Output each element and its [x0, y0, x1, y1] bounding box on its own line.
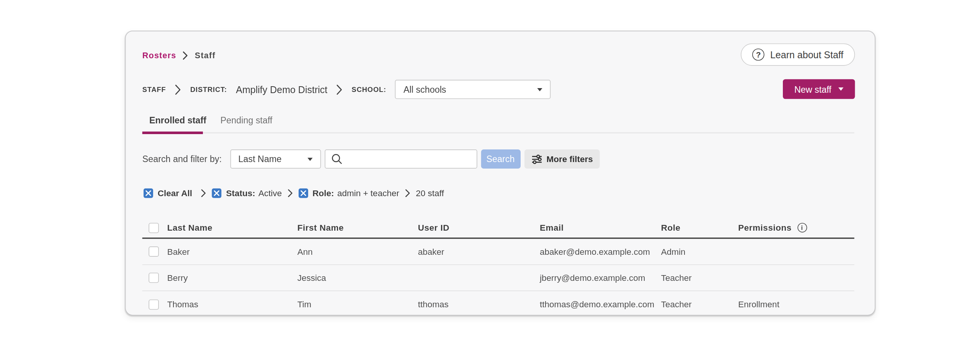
- caret-down-icon: [537, 88, 542, 91]
- column-header-email: Email: [540, 223, 661, 233]
- help-icon: ?: [752, 49, 764, 61]
- cell-role: Teacher: [661, 273, 738, 283]
- cell-role: Teacher: [661, 300, 738, 309]
- search-icon: [331, 153, 342, 167]
- search-field-value: Last Name: [238, 154, 282, 164]
- more-filters-button[interactable]: More filters: [524, 149, 600, 169]
- select-all-checkbox[interactable]: [149, 223, 159, 233]
- cell-user-id: tthomas: [418, 300, 540, 309]
- breadcrumb-staff: Staff: [195, 51, 216, 60]
- school-label: SCHOOL:: [352, 85, 386, 93]
- cell-email: jberry@demo.example.com: [540, 273, 661, 283]
- staff-table: Last Name First Name User ID Email Role …: [142, 218, 854, 315]
- clear-all-label[interactable]: Clear All: [158, 189, 192, 198]
- role-filter-label: Role:: [312, 189, 334, 198]
- cell-email: tthomas@demo.example.com: [540, 300, 661, 309]
- caret-down-icon: [838, 87, 843, 90]
- cell-user-id: abaker: [418, 247, 540, 256]
- learn-about-staff-button[interactable]: ? Learn about Staff: [741, 43, 855, 66]
- table-row: Berry Jessica jberry@demo.example.com Te…: [142, 265, 854, 291]
- status-filter-value: Active: [258, 189, 282, 198]
- search-box: [325, 149, 477, 169]
- tab-bar: Enrolled staff Pending staff: [142, 113, 279, 127]
- cell-first-name: Tim: [297, 300, 418, 309]
- column-header-user-id: User ID: [418, 223, 540, 233]
- school-select[interactable]: All schools: [395, 80, 551, 99]
- cell-last-name: Baker: [167, 247, 297, 256]
- caret-down-icon: [307, 157, 312, 161]
- search-field-select[interactable]: Last Name: [230, 149, 321, 169]
- row-checkbox[interactable]: [149, 273, 159, 283]
- search-input[interactable]: [325, 149, 477, 169]
- chevron-right-icon: [175, 84, 181, 95]
- cell-email: abaker@demo.example.com: [540, 247, 661, 256]
- tab-enrolled-staff[interactable]: Enrolled staff: [142, 113, 214, 127]
- chevron-right-icon: [405, 189, 410, 197]
- table-row: Baker Ann abaker abaker@demo.example.com…: [142, 239, 854, 265]
- active-tab-underline: [142, 131, 203, 134]
- column-header-role: Role: [661, 223, 738, 233]
- district-label: DISTRICT:: [190, 85, 227, 93]
- row-checkbox[interactable]: [149, 246, 159, 257]
- row-checkbox[interactable]: [149, 299, 159, 310]
- breadcrumb: Rosters Staff: [142, 51, 216, 60]
- sliders-icon: [531, 154, 542, 164]
- role-filter-x-button[interactable]: [299, 189, 308, 198]
- new-staff-label: New staff: [794, 84, 831, 94]
- table-header-row: Last Name First Name User ID Email Role …: [142, 218, 854, 239]
- search-button[interactable]: Search: [481, 149, 520, 169]
- more-filters-label: More filters: [547, 154, 593, 164]
- staff-count: 20 staff: [416, 189, 444, 198]
- role-filter-value: admin + teacher: [337, 189, 399, 198]
- cell-last-name: Thomas: [167, 300, 297, 309]
- district-value: Amplify Demo District: [236, 84, 327, 95]
- cell-first-name: Jessica: [297, 273, 418, 283]
- tab-divider: [142, 132, 854, 133]
- clear-all-x-button[interactable]: [144, 189, 153, 198]
- context-staff-label: STAFF: [142, 85, 166, 93]
- cell-permissions: Enrollment: [738, 300, 854, 309]
- school-select-value: All schools: [403, 84, 446, 95]
- status-filter-label: Status:: [226, 189, 255, 198]
- staff-roster-card: Rosters Staff ? Learn about Staff STAFF …: [125, 31, 875, 315]
- status-filter-x-button[interactable]: [212, 189, 222, 198]
- column-header-permissions: Permissions: [738, 223, 791, 233]
- filter-chips-row: Clear All Status: Active Role: admin + t…: [144, 188, 444, 198]
- chevron-right-icon: [336, 84, 343, 95]
- search-bar: Search and filter by: Last Name Search: [142, 149, 600, 169]
- page: Rosters Staff ? Learn about Staff STAFF …: [0, 0, 980, 341]
- cell-last-name: Berry: [167, 273, 297, 283]
- table-row: Thomas Tim tthomas tthomas@demo.example.…: [142, 291, 854, 315]
- column-header-first-name: First Name: [297, 223, 418, 233]
- learn-about-staff-label: Learn about Staff: [770, 49, 843, 60]
- chevron-right-icon: [201, 189, 206, 197]
- tab-pending-staff[interactable]: Pending staff: [213, 113, 279, 127]
- context-bar: STAFF DISTRICT: Amplify Demo District SC…: [142, 80, 551, 99]
- info-icon[interactable]: i: [797, 223, 807, 233]
- chevron-right-icon: [287, 189, 292, 197]
- chevron-right-icon: [183, 51, 188, 60]
- search-filter-label: Search and filter by:: [142, 154, 222, 164]
- column-header-last-name: Last Name: [167, 223, 297, 233]
- cell-first-name: Ann: [297, 247, 418, 256]
- new-staff-button[interactable]: New staff: [783, 79, 855, 99]
- breadcrumb-rosters-link[interactable]: Rosters: [142, 51, 176, 60]
- cell-role: Admin: [661, 247, 738, 256]
